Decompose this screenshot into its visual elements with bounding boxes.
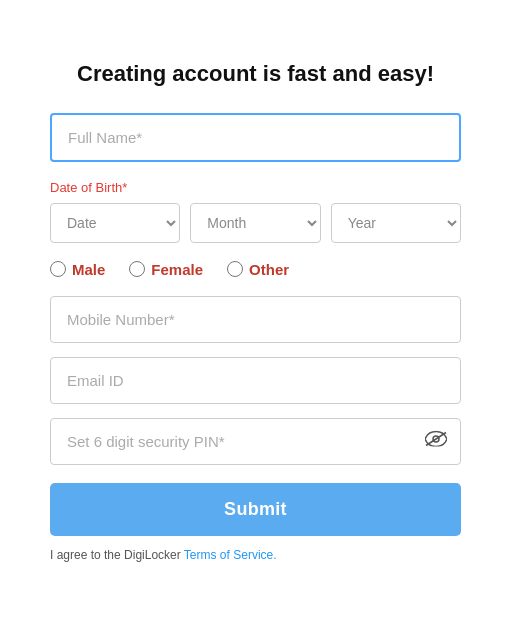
dob-label: Date of Birth* <box>50 180 461 195</box>
gender-female-radio[interactable] <box>129 261 145 277</box>
gender-male-radio[interactable] <box>50 261 66 277</box>
page-title: Creating account is fast and easy! <box>50 60 461 89</box>
gender-male[interactable]: Male <box>50 261 105 278</box>
eye-icon[interactable] <box>425 431 447 452</box>
gender-row: Male Female Other <box>50 261 461 278</box>
submit-button[interactable]: Submit <box>50 483 461 536</box>
mobile-input[interactable] <box>50 296 461 343</box>
month-select[interactable]: Month JanuaryFebruaryMarch AprilMayJune … <box>190 203 320 243</box>
date-select[interactable]: Date 1234 5678 9101112 13141516 17181920… <box>50 203 180 243</box>
pin-input[interactable] <box>50 418 461 465</box>
gender-other-label: Other <box>249 261 289 278</box>
gender-female[interactable]: Female <box>129 261 203 278</box>
dob-row: Date 1234 5678 9101112 13141516 17181920… <box>50 203 461 243</box>
gender-female-label: Female <box>151 261 203 278</box>
gender-male-label: Male <box>72 261 105 278</box>
registration-card: Creating account is fast and easy! Date … <box>20 20 491 627</box>
terms-text: I agree to the DigiLocker Terms of Servi… <box>50 548 461 562</box>
gender-other-radio[interactable] <box>227 261 243 277</box>
full-name-input[interactable] <box>50 113 461 162</box>
pin-wrapper <box>50 418 461 465</box>
terms-prefix: I agree to the DigiLocker <box>50 548 184 562</box>
email-input[interactable] <box>50 357 461 404</box>
terms-link[interactable]: Terms of Service. <box>184 548 277 562</box>
year-select[interactable]: Year 202420232022 201520102005 200019951… <box>331 203 461 243</box>
gender-other[interactable]: Other <box>227 261 289 278</box>
